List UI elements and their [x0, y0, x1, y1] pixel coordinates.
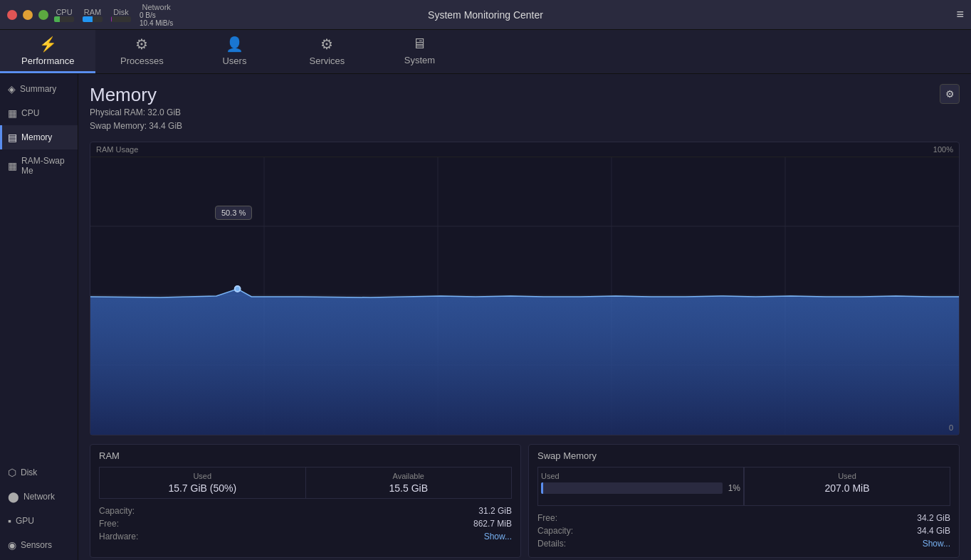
- chart-max-label: 100%: [933, 145, 953, 154]
- sidebar-item-sensors[interactable]: ◉ Sensors: [0, 533, 78, 557]
- settings-button[interactable]: ⚙: [940, 84, 960, 104]
- sidebar-item-gpu[interactable]: ▪ GPU: [0, 509, 78, 533]
- disk-icon: ⬡: [8, 467, 16, 478]
- network-icon: ⬤: [8, 491, 19, 502]
- tab-users[interactable]: 👤 Users: [188, 30, 280, 73]
- swap-used-label: Used: [541, 472, 740, 480]
- svg-point-8: [235, 286, 241, 292]
- ram-hardware-row: Hardware: Show...: [99, 532, 512, 541]
- swap-panel-title: Swap Memory: [537, 450, 950, 461]
- chart-svg: [90, 157, 959, 435]
- system-icon: 🖥: [412, 36, 426, 52]
- ram-panel: RAM Used 15.7 GiB (50%) Available 15.5 G…: [90, 444, 521, 558]
- cpu-icon: ▦: [8, 107, 17, 119]
- swap-capacity-row: Capacity: 34.4 GiB: [537, 526, 950, 536]
- ram-hardware-link[interactable]: Show...: [484, 532, 512, 541]
- sidebar-item-summary[interactable]: ◈ Summary: [0, 77, 78, 101]
- tab-system-label: System: [404, 55, 435, 65]
- sidebar-ram-swap-label: RAM-Swap Me: [21, 156, 72, 176]
- sidebar: ◈ Summary ▦ CPU ▤ Memory ▦ RAM-Swap Me ⬡…: [0, 74, 78, 560]
- swap-bar-fill: [541, 482, 543, 494]
- ram-hardware-label: Hardware:: [99, 532, 138, 541]
- ram-free-label: Free:: [99, 519, 119, 529]
- stats-row: RAM Used 15.7 GiB (50%) Available 15.5 G…: [90, 444, 960, 558]
- sidebar-disk-label: Disk: [21, 467, 37, 477]
- physical-ram-label: Physical RAM: 32.0 GiB: [90, 106, 182, 120]
- tab-services-label: Services: [309, 56, 345, 66]
- sidebar-item-disk[interactable]: ⬡ Disk: [0, 460, 78, 485]
- swap-pct: 1%: [728, 483, 740, 493]
- ram-free-row: Free: 862.7 MiB: [99, 519, 512, 529]
- disk-stat-label: Disk: [113, 8, 128, 16]
- swap-free-val: 34.2 GiB: [917, 513, 950, 523]
- tab-services[interactable]: ⚙ Services: [280, 30, 373, 73]
- memory-icon: ▤: [8, 132, 17, 143]
- network-stat: Network 0 B/s 10.4 MiB/s: [140, 3, 173, 27]
- network-val2: 10.4 MiB/s: [140, 19, 173, 27]
- tab-processes-label: Processes: [120, 56, 164, 66]
- sidebar-memory-label: Memory: [21, 132, 52, 142]
- ram-usage-chart: RAM Usage 100%: [90, 142, 960, 435]
- close-button[interactable]: [7, 10, 17, 20]
- chart-body: 50.3 % 0: [90, 157, 959, 435]
- ram-available-val: 15.5 GiB: [309, 482, 509, 494]
- swap-details-label: Details:: [537, 539, 566, 549]
- svg-marker-7: [90, 289, 959, 435]
- memory-header: Memory Physical RAM: 32.0 GiB Swap Memor…: [90, 84, 960, 133]
- titlebar: CPU RAM Disk Network 0 B/s: [0, 0, 971, 30]
- maximize-button[interactable]: [38, 10, 48, 20]
- chart-label: RAM Usage: [96, 145, 138, 154]
- menu-button[interactable]: ≡: [956, 7, 964, 22]
- sidebar-item-network[interactable]: ⬤ Network: [0, 485, 78, 509]
- tab-performance[interactable]: ⚡ Performance: [0, 30, 95, 73]
- window-controls: CPU RAM Disk Network 0 B/s: [7, 3, 173, 27]
- sidebar-gpu-label: GPU: [16, 516, 34, 526]
- sidebar-cpu-label: CPU: [21, 108, 39, 118]
- swap-details-link[interactable]: Show...: [923, 539, 950, 549]
- ram-stat-label: RAM: [84, 8, 101, 16]
- sidebar-item-cpu[interactable]: ▦ CPU: [0, 101, 78, 125]
- tab-users-label: Users: [222, 56, 246, 66]
- network-val1: 0 B/s: [140, 11, 173, 19]
- network-stat-label: Network: [142, 3, 170, 11]
- ram-free-val: 862.7 MiB: [473, 519, 512, 529]
- sidebar-item-memory[interactable]: ▤ Memory: [0, 125, 78, 149]
- swap-memory-label: Swap Memory: 34.4 GiB: [90, 120, 182, 133]
- ram-panel-title: RAM: [99, 450, 512, 461]
- sidebar-summary-label: Summary: [20, 84, 56, 94]
- ram-swap-icon: ▦: [8, 160, 17, 171]
- processes-icon: ⚙: [135, 36, 148, 53]
- ram-used-label: Used: [103, 472, 303, 480]
- swap-used-val-label: Used: [747, 472, 947, 480]
- sidebar-network-label: Network: [23, 492, 55, 502]
- ram-available-cell: Available 15.5 GiB: [306, 467, 512, 498]
- memory-title: Memory: [90, 84, 182, 106]
- cpu-stat-label: CPU: [56, 8, 72, 16]
- swap-bar-row: 1%: [541, 482, 740, 494]
- memory-info: Physical RAM: 32.0 GiB Swap Memory: 34.4…: [90, 106, 182, 133]
- gpu-icon: ▪: [8, 515, 11, 527]
- ram-used-val: 15.7 GiB (50%): [103, 482, 303, 494]
- titlebar-stats: CPU RAM Disk Network 0 B/s: [54, 3, 173, 27]
- cpu-stat: CPU: [54, 8, 74, 22]
- chart-zero-label: 0: [949, 423, 953, 432]
- swap-capacity-val: 34.4 GiB: [917, 526, 950, 536]
- services-icon: ⚙: [320, 36, 333, 53]
- tab-system[interactable]: 🖥 System: [373, 30, 466, 73]
- tab-processes[interactable]: ⚙ Processes: [95, 30, 188, 73]
- sidebar-sensors-label: Sensors: [21, 540, 52, 550]
- ram-usage-cells: Used 15.7 GiB (50%) Available 15.5 GiB: [99, 467, 512, 499]
- summary-icon: ◈: [8, 83, 16, 95]
- performance-icon: ⚡: [39, 36, 57, 53]
- sensors-icon: ◉: [8, 539, 16, 551]
- disk-stat: Disk: [111, 8, 131, 22]
- swap-details-row: Details: Show...: [537, 539, 950, 549]
- minimize-button[interactable]: [23, 10, 33, 20]
- sidebar-item-ram-swap[interactable]: ▦ RAM-Swap Me: [0, 149, 78, 182]
- ram-capacity-label: Capacity:: [99, 506, 135, 516]
- chart-header: RAM Usage 100%: [90, 142, 959, 157]
- swap-capacity-label: Capacity:: [537, 526, 573, 536]
- swap-free-label: Free:: [537, 513, 557, 523]
- swap-used-val: 207.0 MiB: [747, 482, 947, 494]
- ram-used-cell: Used 15.7 GiB (50%): [100, 467, 306, 498]
